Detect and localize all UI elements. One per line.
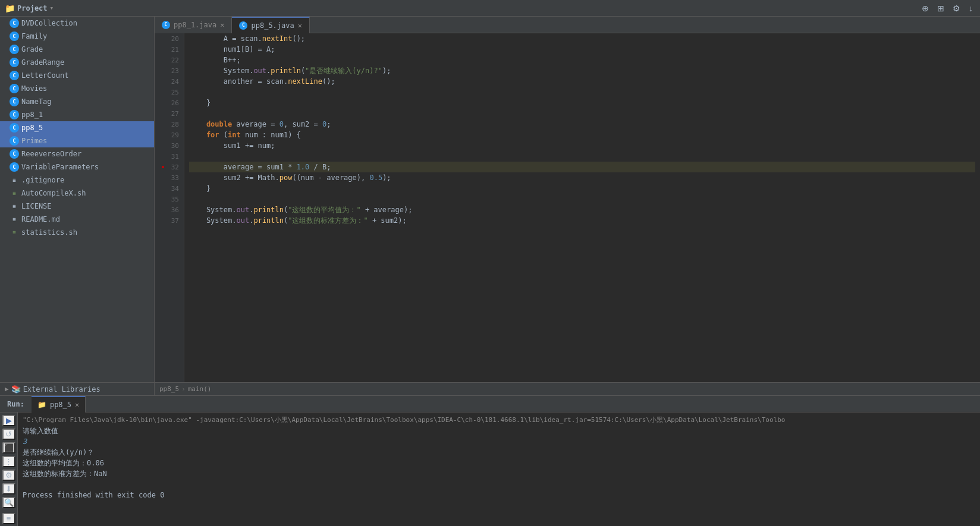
- settings-btn[interactable]: ⚙: [950, 2, 963, 14]
- run-output-result-1: 是否继续输入(y/n)？: [23, 447, 975, 458]
- expand-icon: ▶: [5, 385, 9, 393]
- run-settings-btn[interactable]: ⚙: [2, 470, 15, 481]
- external-libraries[interactable]: ▶ 📚 External Libraries: [0, 382, 154, 395]
- sidebar-item-pp8-5[interactable]: C pp8_5: [0, 121, 154, 134]
- run-play-btn[interactable]: ▶: [2, 415, 15, 426]
- class-icon: C: [10, 32, 19, 41]
- tab-pp8-5[interactable]: C pp8_5.java ✕: [232, 17, 309, 33]
- class-icon: C: [10, 136, 19, 146]
- code-line: A = scan.nextInt();: [189, 33, 975, 44]
- code-content[interactable]: A = scan.nextInt(); num1[B] = A; B++; Sy…: [184, 33, 980, 382]
- line-num: 27: [159, 108, 179, 119]
- code-line: }: [189, 97, 975, 108]
- tab-close-btn[interactable]: ✕: [298, 21, 302, 30]
- run-output-exit: Process finished with exit code 0: [23, 490, 975, 500]
- sidebar-item-autocompile[interactable]: ≡ AutoCompileX.sh: [0, 187, 154, 200]
- line-num-error: 32: [159, 162, 179, 172]
- sidebar-item-primes[interactable]: C Primes: [0, 134, 154, 147]
- run-more-btn[interactable]: ⋮: [2, 456, 15, 467]
- line-num: 37: [159, 215, 179, 226]
- code-line: System.out.println("这组数的平均值为：" + average…: [189, 204, 975, 215]
- script-icon: ≡: [10, 228, 19, 237]
- tab-close-btn[interactable]: ✕: [220, 21, 224, 29]
- ide-window: 📁 Project ▾ ⊕ ⊞ ⚙ ↓ C DVDCollection C Fa…: [0, 0, 980, 526]
- sidebar-item-nametag[interactable]: C NameTag: [0, 95, 154, 108]
- line-num: 35: [159, 194, 179, 204]
- sidebar-item-label: Primes: [21, 137, 47, 145]
- run-tree-btn[interactable]: ≡: [2, 513, 15, 524]
- sidebar-item-label: statistics.sh: [21, 228, 77, 237]
- run-scroll-btn[interactable]: ⬇: [2, 483, 15, 494]
- tab-icon: C: [162, 21, 170, 29]
- sidebar-item-grade[interactable]: C Grade: [0, 43, 154, 56]
- project-icon: 📁: [5, 4, 15, 13]
- sidebar-item-label: .gitignore: [21, 176, 64, 184]
- line-num: 30: [159, 140, 179, 151]
- run-content: ▶ ↺ ⬛ ⋮ ⚙ ⬇ 🔍 ≡ 📌 👤 ✕ "C:\Program Files\…: [0, 412, 980, 526]
- line-numbers: 20 21 22 23 24 25 26 27 28 29 30 31 32 3…: [155, 33, 184, 382]
- tab-pp8-1[interactable]: C pp8_1.java ✕: [155, 17, 232, 33]
- sidebar-item-reeeverseorder[interactable]: C ReeeverseOrder: [0, 147, 154, 160]
- sidebar-item-family[interactable]: C Family: [0, 30, 154, 43]
- sidebar-item-label: AutoCompileX.sh: [21, 189, 86, 197]
- sidebar-item-dvdcollection[interactable]: C DVDCollection: [0, 17, 154, 30]
- sidebar-item-label: LetterCount: [21, 71, 68, 80]
- sidebar-item-label: README.md: [21, 215, 60, 223]
- line-num: 23: [159, 65, 179, 76]
- new-action-btn[interactable]: ⊕: [919, 2, 931, 14]
- run-output-prompt: 请输入数值: [23, 426, 975, 436]
- sidebar-item-license[interactable]: ≡ LICENSE: [0, 200, 154, 213]
- code-line: System.out.println("是否继续输入(y/n)?");: [189, 65, 975, 76]
- run-tab-label: pp8_5: [50, 401, 71, 409]
- editor-tab-bar: C pp8_1.java ✕ C pp8_5.java ✕: [155, 17, 980, 33]
- breadcrumb-method: main(): [188, 385, 212, 393]
- sidebar-item-graderange[interactable]: C GradeRange: [0, 56, 154, 69]
- sidebar-item-statistics[interactable]: ≡ statistics.sh: [0, 226, 154, 239]
- code-line: B++;: [189, 55, 975, 65]
- tab-label: pp8_1.java: [174, 21, 216, 29]
- class-icon: C: [10, 123, 19, 133]
- run-tab-bar: Run: 📁 pp8_5 ✕: [0, 396, 980, 412]
- structure-btn[interactable]: ⊞: [935, 2, 947, 14]
- run-stop-btn[interactable]: ⬛: [2, 442, 15, 453]
- sidebar-item-label: ReeeverseOrder: [21, 150, 81, 158]
- breadcrumb-file: pp8_5: [159, 385, 179, 393]
- code-line: [189, 194, 975, 204]
- sidebar-item-readme[interactable]: ≡ README.md: [0, 213, 154, 226]
- code-line-highlighted: average = sum1 * 1.0 / B;: [189, 162, 975, 172]
- sidebar-item-variableparameters[interactable]: C VariableParameters: [0, 160, 154, 174]
- sidebar-item-label: Grade: [21, 45, 43, 53]
- sidebar-item-gitignore[interactable]: ≡ .gitignore: [0, 174, 154, 187]
- breadcrumb: pp8_5 › main(): [155, 382, 980, 395]
- line-num: 28: [159, 119, 179, 130]
- code-line: another = scan.nextLine();: [189, 76, 975, 87]
- top-bar: 📁 Project ▾ ⊕ ⊞ ⚙ ↓: [0, 0, 980, 17]
- sidebar-item-label: Family: [21, 32, 47, 40]
- tab-icon: C: [239, 21, 247, 30]
- sidebar-item-label: VariableParameters: [21, 163, 99, 171]
- run-rerun-btn[interactable]: ↺: [2, 429, 15, 440]
- folder-icon: 📚: [11, 385, 21, 393]
- line-num: 20: [159, 33, 179, 44]
- run-output-result-3: 这组数的标准方差为：NaN: [23, 468, 975, 479]
- code-line: num1[B] = A;: [189, 44, 975, 55]
- run-tab-close-btn[interactable]: ✕: [75, 401, 79, 409]
- line-num: 36: [159, 204, 179, 215]
- sidebar-item-pp8-1[interactable]: C pp8_1: [0, 108, 154, 121]
- run-filter-btn[interactable]: 🔍: [2, 497, 15, 508]
- editor-area: C pp8_1.java ✕ C pp8_5.java ✕ 20 21 22 2…: [155, 17, 980, 395]
- class-icon: C: [10, 18, 19, 28]
- code-line: [189, 87, 975, 97]
- sidebar-item-lettercount[interactable]: C LetterCount: [0, 69, 154, 82]
- top-bar-actions: ⊕ ⊞ ⚙ ↓: [919, 2, 975, 14]
- class-icon: C: [10, 110, 19, 119]
- class-icon: C: [10, 97, 19, 106]
- run-tab-pp8-5[interactable]: 📁 pp8_5 ✕: [32, 396, 86, 412]
- sidebar-item-label: Movies: [21, 84, 47, 93]
- run-panel: Run: 📁 pp8_5 ✕ ▶ ↺ ⬛ ⋮ ⚙ ⬇ 🔍 ≡ 📌 👤 ✕: [0, 395, 980, 526]
- class-icon: C: [10, 162, 19, 172]
- sidebar-item-movies[interactable]: C Movies: [0, 82, 154, 95]
- class-icon: C: [10, 84, 19, 93]
- run-output[interactable]: "C:\Program Files\Java\jdk-10\bin\java.e…: [18, 412, 980, 526]
- collapse-btn[interactable]: ↓: [966, 2, 975, 14]
